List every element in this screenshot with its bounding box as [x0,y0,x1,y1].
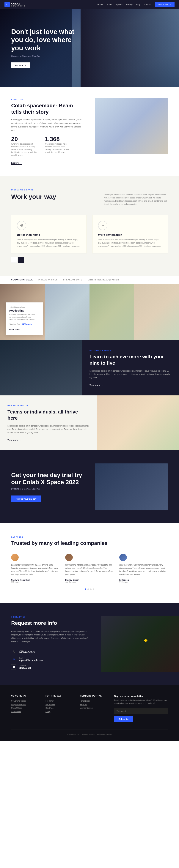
location-icon: ⚭ [98,221,108,230]
testimonial-1-author: Carolyne Richardson [11,579,60,581]
achieve-view-more-button[interactable]: View more → [90,384,172,386]
footer-link-for-a-week[interactable]: For a Week [46,704,72,706]
tab-enterprise[interactable]: Enterprise Headquarter [88,276,119,284]
trial-content: Get your free day trial try our Colab X … [11,471,84,502]
card1-title: Better than home [17,233,81,236]
newsletter-subscribe-button[interactable]: Subscribe [114,716,133,722]
nav-link-pricing[interactable]: Pricing [126,3,132,6]
achieve-label: BOOSTING PEOPLE [90,349,172,351]
email-block: Email support@example.com [19,657,43,661]
request-label: CONTACT US [11,616,90,618]
work-description: Where you work matters. You need somewhe… [105,193,168,206]
space-image-2 [45,284,90,340]
arrow-icon: → [21,329,22,331]
about-title: Colab spacemade: Beam tells their story [11,102,84,115]
card2-text: Want to spend your time productively? Im… [98,238,162,248]
footer-link-living[interactable]: Living [46,711,72,713]
contact-phone: 📞 Phone 1-800-987-2345 [11,649,90,654]
dot-3[interactable] [90,588,92,590]
dot-2[interactable] [87,588,89,590]
trial-button[interactable]: Pick up your trial day [11,495,41,502]
next-arrow-button[interactable]: → [18,257,24,263]
phone-block: Phone 1-800-987-2345 [19,649,34,654]
hero-section: Don't just love what you do, love where … [0,9,179,87]
footer-link-member-listing[interactable]: Member Listing [80,707,107,709]
tab-breakout[interactable]: Breakout Suite [63,276,82,284]
explore-button[interactable]: Explore → [11,62,30,68]
footer-link-for-a-day[interactable]: For a Day [46,700,72,702]
tab-private[interactable]: Private Offices [38,276,58,284]
nav-link-contact[interactable]: Contact [144,3,151,6]
testimonials-section: PARTNERS Trusted by many of leading comp… [0,523,179,603]
footer-grid: Coworking Coworking Space Negotiation Ro… [11,695,168,722]
tab-coworking[interactable]: Coworking Space [11,276,33,284]
achieve-content: BOOSTING PEOPLE Learn to achieve more wi… [82,340,179,396]
gallery-item-1: ★ 9.2 Stars Available Hot desking Come f… [0,284,45,340]
work-cards: ❋ Better than home Want to spend your ti… [11,215,168,253]
footer-link-portal-login[interactable]: Portal Login [80,700,107,702]
about-office-image [95,98,168,154]
thrive-view-more-button[interactable]: View more → [7,439,90,441]
footer-link-coworking-space[interactable]: Coworking Space [11,700,38,702]
hot-desk-price: Starting from $48/month [9,323,39,326]
contact-email: ✉ Email support@example.com [11,657,90,662]
thrive-office-img [97,396,179,451]
email-value: support@example.com [19,659,43,661]
footer-newsletter: Sign up to our newsletter Ready to take … [114,695,168,722]
newsletter-email-input[interactable] [114,708,168,714]
footer-link-open-offices[interactable]: Open Offices [11,707,38,709]
nav-link-about[interactable]: About [107,3,112,6]
request-title: Request more info [11,620,90,626]
email-icon: ✉ [11,657,17,662]
footer-link-day-pass[interactable]: Day Pass [46,707,72,709]
thrive-section: NEW OPEN OFFICE Teams or individuals, al… [0,396,179,451]
about-explore-link[interactable]: Explore → [11,162,22,165]
learn-more-link[interactable]: Learn more → [9,329,22,331]
about-label: ABOUT US [11,98,84,100]
testimonial-1: Excellent working places for a peace of … [11,554,60,583]
footer-link-register[interactable]: Register [80,704,107,706]
nav-link-spaces[interactable]: Spaces [116,3,122,6]
phone-label: Phone [19,649,34,651]
thrive-label: NEW OPEN OFFICE [7,405,90,407]
achieve-section: BOOSTING PEOPLE Learn to achieve more wi… [0,340,179,396]
map-pin-icon [144,639,148,642]
about-right [95,98,168,165]
newsletter-text: Ready to take your business to the next … [114,699,168,705]
testimonial-1-text: Excellent working places for a peace of … [11,563,60,576]
logo-sub: COWORKING [11,5,25,7]
nav-link-blog[interactable]: Blog [136,3,141,6]
about-section: ABOUT US Colab spacemade: Beam tells the… [0,87,179,176]
hero-overlay [81,9,179,87]
gallery-item-3 [90,284,134,340]
dot-4[interactable] [93,588,94,590]
contact-chat: 💬 Live Chat Start a chat [11,664,90,670]
testimonials-label: PARTNERS [11,536,168,538]
thrive-content: NEW OPEN OFFICE Teams or individuals, al… [0,396,97,451]
phone-icon: 📞 [11,649,17,654]
stat-locations: 20 Wherever developing next business loc… [11,136,37,157]
thrive-image [97,396,179,451]
footer-link-negotiation[interactable]: Negotiation Room [11,704,38,706]
about-text: Booking you with the right amount of spa… [11,118,84,132]
footer-col2-title: For the Day [46,695,72,697]
stat-locations-number: 20 [11,136,37,143]
footer-col-coworking: Coworking Coworking Space Negotiation Ro… [11,695,38,722]
hot-desk-title: Hot desking [9,309,39,312]
nav-link-home[interactable]: Home [97,3,103,6]
logo-icon: C [4,2,10,7]
book-visit-button[interactable]: Book a visit → [155,2,175,7]
request-section: CONTACT US Request more info Ready to se… [0,603,179,685]
card1-text: Want to spend your time productively? Im… [17,238,81,248]
testimonials-header: PARTNERS Trusted by many of leading comp… [11,536,168,546]
testimonial-3-text: I find that when I work from home there … [119,563,168,576]
testimonial-1-role: UI Designer [11,581,60,583]
dot-1[interactable] [85,588,86,590]
chat-value: Start a chat [19,667,31,669]
trial-subtitle: Boosting to Greatness Together [11,488,84,490]
prev-arrow-button[interactable]: ← [11,257,17,263]
hot-desk-rating: ★ 9.2 Stars Available [9,306,39,308]
footer-col-day: For the Day For a Day For a Week Day Pas… [46,695,72,722]
footer-link-sale-profile[interactable]: Sale Profile [11,711,38,713]
testimonial-2-role: App Developer [65,581,114,583]
